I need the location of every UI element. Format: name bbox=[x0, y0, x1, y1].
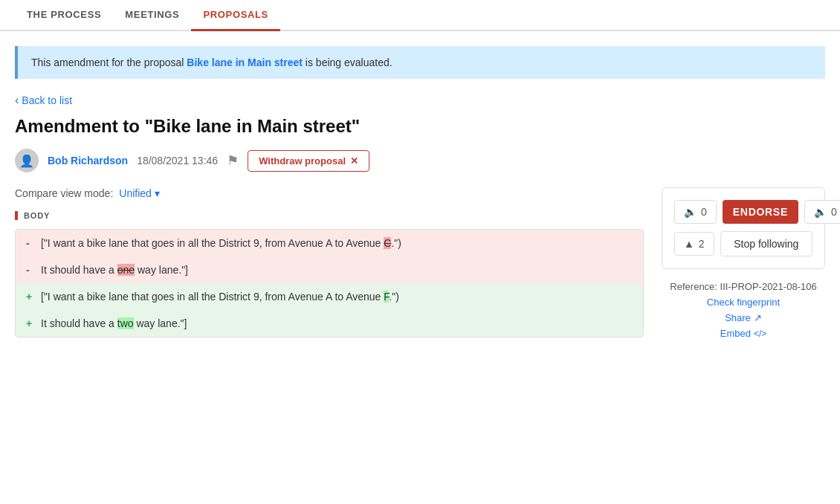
alert-suffix: is being evaluated. bbox=[306, 56, 392, 68]
diff-sign: - bbox=[26, 264, 35, 276]
diff-text: It should have a two way lane."] bbox=[41, 317, 633, 329]
withdraw-label: Withdraw proposal bbox=[259, 155, 346, 167]
endorse-count-button[interactable]: 🔈 0 bbox=[804, 200, 840, 224]
top-navigation: THE PROCESS MEETINGS PROPOSALS bbox=[0, 0, 840, 31]
alert-proposal-link[interactable]: Bike lane in Main street bbox=[187, 56, 303, 68]
diff-sign: + bbox=[26, 291, 35, 303]
diff-text: ["I want a bike lane that goes in all th… bbox=[41, 237, 633, 249]
reference-text: Reference: III-PROP-2021-08-106 bbox=[662, 281, 825, 292]
follow-count: 2 bbox=[699, 238, 705, 250]
content-layout: Compare view mode: Unified ▾ BODY - ["I … bbox=[15, 187, 825, 343]
diff-highlight: two bbox=[117, 317, 134, 329]
diff-area: - ["I want a bike lane that goes in all … bbox=[15, 229, 644, 337]
speaker-icon-2: 🔈 bbox=[814, 206, 827, 218]
diff-text: It should have a one way lane."] bbox=[41, 264, 633, 276]
page-title: Amendment to "Bike lane in Main street" bbox=[15, 116, 825, 137]
alert-banner: This amendment for the proposal Bike lan… bbox=[15, 46, 825, 79]
compare-mode-value: Unified bbox=[119, 187, 152, 199]
author-name[interactable]: Bob Richardson bbox=[48, 155, 128, 167]
diff-line-added-2: + It should have a two way lane."] bbox=[16, 310, 643, 337]
diff-sign: + bbox=[26, 317, 35, 329]
diff-highlight: C bbox=[384, 237, 391, 249]
diff-highlight: F bbox=[384, 291, 389, 303]
compare-label: Compare view mode: bbox=[15, 187, 113, 199]
author-date: 18/08/2021 13:46 bbox=[137, 155, 218, 167]
nav-the-process[interactable]: THE PROCESS bbox=[15, 0, 113, 30]
diff-line-added-1: + ["I want a bike lane that goes in all … bbox=[16, 283, 643, 310]
nav-proposals[interactable]: PROPOSALS bbox=[191, 0, 280, 31]
diff-line-removed-2: - It should have a one way lane."] bbox=[16, 256, 643, 283]
body-section-label: BODY bbox=[15, 211, 644, 220]
follow-count-button[interactable]: ▲ 2 bbox=[674, 232, 714, 256]
diff-sign: - bbox=[26, 237, 35, 249]
chevron-down-icon: ▾ bbox=[155, 187, 160, 199]
compare-mode-select[interactable]: Unified ▾ bbox=[119, 187, 160, 199]
endorse-button[interactable]: ENDORSE bbox=[723, 200, 798, 224]
diff-text: ["I want a bike lane that goes in all th… bbox=[41, 291, 633, 303]
speaker-icon: 🔈 bbox=[684, 206, 697, 218]
share-icon: ↗ bbox=[754, 312, 762, 323]
back-to-list-link[interactable]: Back to list bbox=[15, 94, 72, 107]
diff-highlight: one bbox=[117, 264, 135, 276]
author-row: 👤 Bob Richardson 18/08/2021 13:46 ⚑ With… bbox=[15, 149, 825, 172]
withdraw-proposal-button[interactable]: Withdraw proposal ✕ bbox=[248, 150, 369, 172]
embed-icon: </> bbox=[754, 329, 766, 339]
embed-label: Embed bbox=[720, 328, 751, 339]
meta-section: Reference: III-PROP-2021-08-106 Check fi… bbox=[662, 281, 825, 339]
withdraw-x-icon: ✕ bbox=[350, 155, 358, 167]
oppose-button[interactable]: 🔈 0 bbox=[674, 200, 717, 224]
follow-row: ▲ 2 Stop following bbox=[674, 231, 812, 256]
check-fingerprint-link[interactable]: Check fingerprint bbox=[707, 297, 780, 308]
action-card: 🔈 0 ENDORSE 🔈 0 ▲ 2 Stop following bbox=[662, 187, 825, 269]
nav-meetings[interactable]: MEETINGS bbox=[113, 0, 191, 30]
endorse-row: 🔈 0 ENDORSE 🔈 0 bbox=[674, 200, 812, 224]
endorse-oppose-count: 0 bbox=[831, 206, 837, 218]
stop-following-button[interactable]: Stop following bbox=[720, 231, 812, 256]
diff-line-removed-1: - ["I want a bike lane that goes in all … bbox=[16, 230, 643, 256]
share-label: Share bbox=[725, 312, 751, 323]
compare-row: Compare view mode: Unified ▾ bbox=[15, 187, 644, 199]
arrow-up-icon: ▲ bbox=[684, 238, 694, 250]
embed-link[interactable]: Embed </> bbox=[720, 328, 767, 339]
share-link[interactable]: Share ↗ bbox=[725, 312, 762, 323]
left-column: Compare view mode: Unified ▾ BODY - ["I … bbox=[15, 187, 644, 343]
oppose-count: 0 bbox=[701, 206, 707, 218]
avatar: 👤 bbox=[15, 149, 39, 172]
flag-icon[interactable]: ⚑ bbox=[227, 152, 239, 169]
right-column: 🔈 0 ENDORSE 🔈 0 ▲ 2 Stop following bbox=[662, 187, 825, 343]
alert-prefix: This amendment for the proposal bbox=[31, 56, 184, 68]
